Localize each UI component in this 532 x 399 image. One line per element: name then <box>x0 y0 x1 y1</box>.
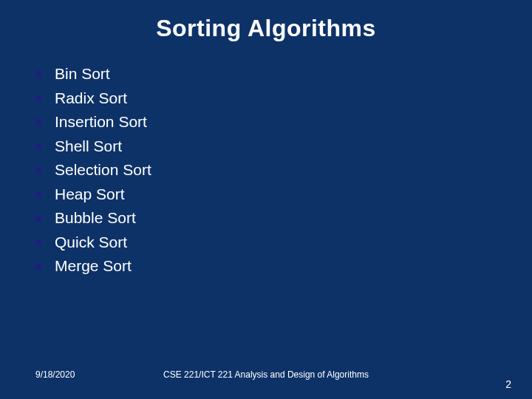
bullet-icon <box>35 264 41 270</box>
list-item-label: Selection Sort <box>55 158 151 183</box>
list-item-label: Bubble Sort <box>55 206 136 231</box>
list-item-label: Heap Sort <box>55 183 125 207</box>
bullet-icon <box>35 143 41 149</box>
footer-course: CSE 221/ICT 221 Analysis and Design of A… <box>163 369 369 380</box>
list-item: Bubble Sort <box>35 206 497 231</box>
list-item-label: Insertion Sort <box>55 110 147 134</box>
slide-title: Sorting Algorithms <box>0 15 532 42</box>
bullet-list: Bin Sort Radix Sort Insertion Sort Shell… <box>35 62 497 279</box>
bullet-icon <box>35 119 41 125</box>
list-item-label: Quick Sort <box>55 231 127 255</box>
bullet-icon <box>35 95 41 101</box>
footer-page-number: 2 <box>505 378 511 390</box>
bullet-icon <box>35 239 41 245</box>
list-item: Heap Sort <box>35 183 497 207</box>
slide-content: Bin Sort Radix Sort Insertion Sort Shell… <box>35 62 497 279</box>
list-item: Quick Sort <box>35 231 497 255</box>
bullet-icon <box>35 71 41 77</box>
list-item: Shell Sort <box>35 134 497 159</box>
list-item: Insertion Sort <box>35 110 497 134</box>
list-item: Bin Sort <box>35 62 497 86</box>
slide: Sorting Algorithms Bin Sort Radix Sort I… <box>0 0 532 399</box>
footer-date: 9/18/2020 <box>35 369 75 380</box>
bullet-icon <box>35 191 41 197</box>
bullet-icon <box>35 216 41 222</box>
list-item: Radix Sort <box>35 86 497 111</box>
list-item-label: Radix Sort <box>55 86 127 111</box>
list-item-label: Bin Sort <box>55 62 110 86</box>
bullet-icon <box>35 167 41 173</box>
list-item: Merge Sort <box>35 254 497 279</box>
list-item: Selection Sort <box>35 158 497 183</box>
list-item-label: Shell Sort <box>55 134 122 159</box>
list-item-label: Merge Sort <box>55 254 132 279</box>
